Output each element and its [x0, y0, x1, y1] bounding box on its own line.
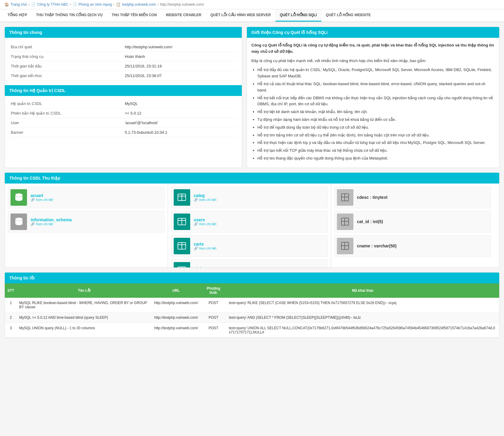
table-teal-icon — [174, 238, 190, 254]
dbms-header: Thông tin Hệ Quản trị CSDL — [5, 85, 242, 96]
breadcrumb-home[interactable]: Trang chủ — [10, 2, 27, 7]
table-name: users — [194, 217, 216, 222]
col-header-url: URL — [152, 283, 200, 298]
field-icon — [337, 189, 353, 206]
table-teal-icon — [174, 214, 190, 230]
breadcrumb-icon-2: 📄 — [31, 2, 36, 7]
general-info-header: Thông tin chung — [5, 27, 242, 38]
table-item-pictures[interactable]: pictures 🔗 Xem chi tiết — [171, 259, 328, 267]
error-stt: 3 — [5, 323, 17, 337]
field-value-url[interactable]: http://testphp.vulnweb.com/ — [123, 42, 237, 52]
field-value-user: 'acuart'@'localhost' — [123, 118, 237, 128]
intro-card: Giới thiệu Công cụ Quét lỗ hổng SQLi Côn… — [247, 27, 500, 168]
nav-cauhinh[interactable]: QUÉT LỖI CẤU HÌNH WEB SERVER — [206, 9, 275, 22]
list-item: Hỗ trợ tìm bảng trên cơ sở dữ liệu cụ th… — [257, 132, 495, 139]
intro-features-list: Hỗ trợ đầy đủ các hệ quản trị CSDL: MySQ… — [251, 67, 495, 161]
table-row: Thời gian bắt đầu 25/11/2016, 23:31:19 — [9, 61, 237, 71]
table-link[interactable]: 🔗 Xem chi tiết — [194, 246, 216, 250]
breadcrumb-icon-3: 📄 — [73, 2, 77, 7]
field-item-cname[interactable]: cname : varchar(50) — [334, 235, 491, 257]
table-row: Địa chỉ quét http://testphp.vulnweb.com/ — [9, 42, 237, 52]
field-value-dbms: MySQL — [123, 99, 237, 109]
breadcrumb-icon-4: 📋 — [116, 2, 121, 7]
field-value-status: Hoàn thành — [123, 52, 237, 61]
list-item: Hỗ trợ để người dùng lấy toàn bộ dữ liệu… — [257, 124, 495, 131]
field-label: Trạng thái công cụ — [9, 52, 123, 61]
intro-sub-description: Đây là công cụ phát hiện mạnh mẽ, với nh… — [251, 58, 495, 64]
table-row: User 'acuart'@'localhost' — [9, 118, 237, 128]
list-item: Hỗ trợ thực hiện các lệnh tùy ý và lấy đ… — [257, 140, 495, 146]
col-header-stt: STT — [5, 283, 17, 298]
field-info: cat_id : int(5) — [357, 219, 383, 224]
error-url: http://testphp.vulnweb.com/ — [152, 323, 200, 337]
table-row: 2 MySQL >= 5.0.12 AND time-based blind (… — [5, 312, 499, 323]
field-info: cname : varchar(50) — [357, 243, 397, 248]
db-link[interactable]: 🔗 Xem chi tiết — [31, 198, 53, 202]
db-name: acuart — [31, 193, 53, 198]
db-info: acuart 🔗 Xem chi tiết — [31, 193, 53, 202]
col-header-exploit: Mã khai thác — [226, 283, 499, 298]
nav-tonghop[interactable]: TỔNG HỢP — [3, 9, 32, 22]
field-name: cat_id : int(5) — [357, 219, 383, 224]
intro-description: Công cụ Quét lỗ hổng SQLi là công cụ tự … — [251, 42, 495, 55]
table-row: 3 MySQL UNION query (NULL) - 1 to 20 col… — [5, 323, 499, 337]
table-item-users[interactable]: users 🔗 Xem chi tiết — [171, 211, 328, 233]
table-header-row: STT Tên Lỗi URL Phương thức Mã khai thác — [5, 283, 499, 298]
field-name: cname : varchar(50) — [357, 243, 397, 248]
error-url: http://testphp.vulnweb.com/ — [152, 312, 200, 323]
db-link[interactable]: 🔗 Xem chi tiết — [31, 222, 72, 226]
db-item-information-schema[interactable]: information_schema 🔗 Xem chi tiết — [8, 211, 165, 233]
error-header: Thông tin lỗi — [5, 273, 499, 283]
nav-congdichvu[interactable]: THU THẬP THÔNG TIN CỔNG DỊCH VỤ — [32, 9, 107, 22]
field-label: Banner — [9, 128, 123, 137]
table-item-carts[interactable]: carts 🔗 Xem chi tiết — [171, 235, 328, 257]
intro-body: Công cụ Quét lỗ hổng SQLi là công cụ tự … — [247, 38, 499, 168]
error-table: STT Tên Lỗi URL Phương thức Mã khai thác… — [5, 283, 499, 338]
nav-sqli[interactable]: QUÉT LỖ HỔNG SQLI — [275, 9, 321, 22]
dbms-table: Hệ quản trị CSDL MySQL Phiên bản Hệ quản… — [9, 99, 237, 137]
db-info: carts 🔗 Xem chi tiết — [194, 242, 216, 250]
field-icon — [337, 238, 353, 254]
nav-website[interactable]: QUÉT LỖ HỔNG WEBSITE — [321, 9, 375, 22]
list-item: Hỗ trợ kết nối trực tiếp đến các DBMS mà… — [257, 95, 495, 108]
db-info: users 🔗 Xem chi tiết — [194, 217, 216, 226]
table-row: Phiên bản Hệ quản trị CSDL >= 5.0.12 — [9, 109, 237, 118]
db-item-acuart[interactable]: acuart 🔗 Xem chi tiết — [8, 187, 165, 208]
table-row: Trạng thái công cụ Hoàn thành — [9, 52, 237, 61]
field-value-endtime: 25/11/2016, 23:36:07 — [123, 71, 237, 81]
db-list-col: acuart 🔗 Xem chi tiết — [5, 184, 168, 267]
error-exploit: test=query' UNION ALL SELECT NULL,CONCAT… — [226, 323, 499, 337]
db-info: categ 🔗 Xem chi tiết — [194, 193, 216, 202]
svg-point-2 — [15, 196, 22, 199]
table-name: categ — [194, 193, 216, 198]
field-value-banner: 5.1.73-0ubuntu0.10.04.1 — [123, 128, 237, 137]
nav-webcrawler[interactable]: WEBSITE CRAWLER — [161, 9, 206, 22]
breadcrumb-url: http://testphp.vulnweb.com/ — [160, 2, 204, 7]
error-table-wrapper: STT Tên Lỗi URL Phương thức Mã khai thác… — [5, 283, 499, 338]
error-name: MySQL UNION query (NULL) - 1 to 20 colum… — [17, 323, 152, 337]
table-item-categ[interactable]: categ 🔗 Xem chi tiết — [171, 187, 328, 208]
table-link[interactable]: 🔗 Xem chi tiết — [194, 222, 216, 226]
breadcrumb-site[interactable]: testphp.vulnweb.com — [122, 2, 156, 7]
database-gray-icon — [10, 214, 27, 230]
breadcrumb-company[interactable]: Công ty TTHH ABC — [37, 2, 68, 7]
breadcrumb-dept[interactable]: Phòng an ninh mạng — [79, 2, 112, 7]
general-info-card: Thông tin chung Địa chỉ quét http://test… — [4, 27, 242, 168]
field-label: Hệ quản trị CSDL — [9, 99, 123, 109]
col-header-name: Tên Lỗi — [17, 283, 152, 298]
csdl-header: Thông tin CSDL Thu thập — [5, 173, 499, 184]
field-label: Thời gian bắt đầu — [9, 61, 123, 71]
field-item-catid[interactable]: cat_id : int(5) — [334, 211, 491, 233]
field-item-cdesc[interactable]: cdesc : tinytext — [334, 187, 491, 208]
table-row: Banner 5.1.73-0ubuntu0.10.04.1 — [9, 128, 237, 137]
svg-point-5 — [15, 220, 22, 223]
field-value-starttime: 25/11/2016, 23:31:19 — [123, 61, 237, 71]
error-stt: 1 — [5, 298, 17, 312]
table-row: 1 MySQL RLIKE boolean-based blind - WHER… — [5, 298, 499, 312]
table-teal-icon — [174, 262, 190, 267]
csdl-body: acuart 🔗 Xem chi tiết — [5, 184, 499, 267]
table-link[interactable]: 🔗 Xem chi tiết — [194, 198, 216, 202]
list-item: Hỗ trợ cả sáu kĩ thuật khai thác SQL: bo… — [257, 81, 495, 94]
general-info-body: Địa chỉ quét http://testphp.vulnweb.com/… — [5, 38, 242, 142]
nav-tenmiencon[interactable]: THU THẬP TÊN MIỀN CON — [107, 9, 161, 22]
